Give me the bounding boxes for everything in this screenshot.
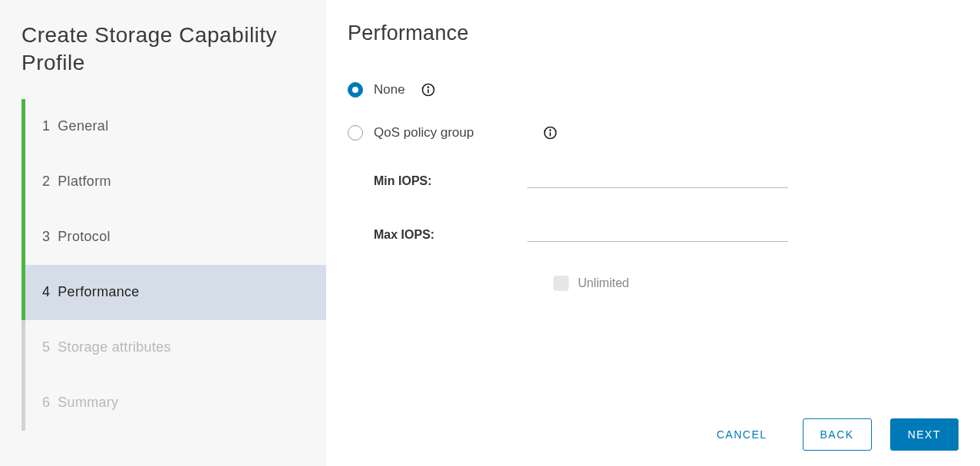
unlimited-row: Unlimited	[553, 276, 959, 291]
back-button[interactable]: BACK	[803, 418, 872, 451]
form-area: None QoS policy group Min IOPS: Max IOPS…	[348, 82, 959, 403]
step-number: 6	[42, 395, 50, 411]
svg-point-1	[427, 87, 428, 88]
max-iops-row: Max IOPS:	[374, 222, 959, 242]
step-number: 4	[42, 284, 50, 300]
step-number: 2	[42, 174, 50, 190]
wizard-step-storage-attributes[interactable]: 5 Storage attributes	[21, 320, 326, 375]
min-iops-input[interactable]	[527, 168, 788, 188]
radio-label-qos: QoS policy group	[374, 125, 474, 140]
step-label: Performance	[58, 284, 139, 300]
radio-dot	[352, 87, 358, 93]
wizard-step-protocol[interactable]: 3 Protocol	[21, 210, 326, 265]
radio-button-qos[interactable]	[348, 125, 363, 140]
unlimited-checkbox[interactable]	[553, 276, 569, 291]
wizard-footer: CANCEL BACK NEXT	[348, 403, 959, 451]
radio-button-none[interactable]	[348, 82, 363, 97]
next-button[interactable]: NEXT	[890, 418, 959, 451]
step-number: 5	[42, 339, 50, 355]
qos-sub-fields: Min IOPS: Max IOPS: Unlimited	[374, 168, 959, 291]
step-label: Platform	[58, 174, 111, 190]
step-label: Storage attributes	[58, 339, 170, 355]
step-label: Protocol	[58, 229, 110, 245]
step-label: General	[58, 118, 108, 134]
wizard-sidebar: Create Storage Capability Profile 1 Gene…	[0, 0, 326, 466]
main-panel: Performance None QoS policy group Min IO…	[326, 0, 980, 466]
step-number: 3	[42, 229, 50, 245]
wizard-step-platform[interactable]: 2 Platform	[21, 154, 326, 210]
max-iops-label: Max IOPS:	[374, 228, 527, 242]
page-title: Performance	[348, 21, 959, 45]
step-label: Summary	[58, 395, 118, 411]
radio-option-none[interactable]: None	[348, 82, 959, 97]
wizard-steps: 1 General 2 Platform 3 Protocol 4 Perfor…	[21, 99, 326, 431]
step-number: 1	[42, 118, 50, 134]
radio-label-none: None	[374, 82, 405, 97]
min-iops-row: Min IOPS:	[374, 168, 959, 188]
radio-option-qos[interactable]: QoS policy group	[348, 125, 959, 140]
unlimited-label: Unlimited	[578, 276, 629, 290]
info-icon[interactable]	[421, 82, 436, 97]
wizard-title: Create Storage Capability Profile	[21, 21, 326, 78]
svg-point-4	[550, 130, 551, 131]
wizard-step-performance[interactable]: 4 Performance	[21, 265, 326, 320]
cancel-button[interactable]: CANCEL	[700, 419, 784, 450]
min-iops-label: Min IOPS:	[374, 174, 527, 188]
wizard-step-summary[interactable]: 6 Summary	[21, 375, 326, 431]
wizard-step-general[interactable]: 1 General	[21, 99, 326, 154]
info-icon[interactable]	[543, 125, 558, 140]
max-iops-input[interactable]	[527, 222, 788, 242]
